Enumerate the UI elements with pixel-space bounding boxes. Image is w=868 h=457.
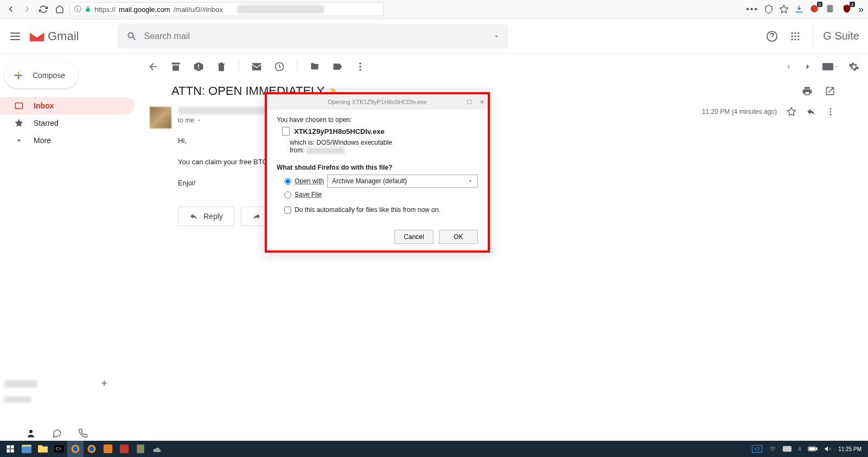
svg-point-17	[359, 69, 361, 70]
extension-icon-1[interactable]: 2	[809, 4, 820, 15]
bookmark-star-icon[interactable]	[779, 4, 789, 14]
which-is-value: DOS/Windows executable	[316, 139, 392, 146]
popout-icon[interactable]	[825, 86, 835, 96]
save-file-radio[interactable]	[284, 191, 291, 198]
delete-icon[interactable]	[216, 61, 227, 72]
taskbar-cloud-icon[interactable]	[149, 441, 165, 457]
apps-grid-icon[interactable]	[790, 31, 801, 42]
svg-rect-25	[11, 449, 14, 453]
contacts-tab-icon[interactable]	[26, 428, 36, 438]
input-tools-icon[interactable]	[822, 63, 839, 70]
main-menu-button[interactable]	[9, 30, 22, 43]
taskbar-app3-icon[interactable]	[132, 441, 149, 457]
svg-point-6	[792, 35, 793, 37]
newer-icon[interactable]	[803, 62, 813, 72]
download-icon[interactable]	[794, 4, 804, 14]
taskbar-app2-icon[interactable]	[116, 441, 132, 457]
svg-point-15	[359, 63, 361, 65]
taskbar-terminal-icon[interactable]: C:\	[51, 441, 67, 457]
move-icon[interactable]	[309, 61, 320, 72]
forward-button[interactable]	[21, 3, 34, 16]
sidebar-item-starred[interactable]: Starred	[0, 114, 135, 132]
search-options-icon[interactable]	[493, 33, 500, 40]
taskbar-explorer-icon[interactable]	[18, 441, 35, 457]
svg-rect-18	[822, 63, 833, 70]
maximize-icon[interactable]: ☐	[467, 99, 472, 106]
ok-button[interactable]: OK	[439, 230, 478, 244]
auto-checkbox[interactable]	[284, 207, 291, 214]
back-icon[interactable]	[148, 61, 158, 72]
info-icon: ⓘ	[74, 4, 81, 14]
tray-battery-icon[interactable]	[808, 446, 818, 452]
url-bar[interactable]: ⓘ https://mail.google.com/mail/u/0/#inbo…	[69, 2, 384, 16]
taskbar-app-icon[interactable]	[100, 441, 116, 457]
app-dropdown[interactable]: Archive Manager (default)	[327, 175, 478, 188]
open-with-radio[interactable]	[284, 178, 291, 185]
browser-extensions: ••• 2 1 »	[746, 4, 864, 15]
sidebar-item-more[interactable]: More	[0, 132, 135, 149]
more-icon[interactable]	[355, 61, 366, 72]
chevron-down-icon	[196, 118, 202, 123]
meatball-icon[interactable]: •••	[746, 4, 758, 14]
tray-vnc-icon[interactable]: V2	[752, 445, 762, 453]
older-icon[interactable]	[783, 62, 793, 72]
print-icon[interactable]	[802, 86, 813, 96]
settings-gear-icon[interactable]	[848, 61, 859, 72]
start-button[interactable]	[2, 441, 18, 457]
taskbar-firefox-icon[interactable]	[84, 441, 100, 457]
sidebar-item-label: Starred	[34, 119, 59, 127]
sidebar-item-inbox[interactable]: Inbox	[0, 97, 135, 114]
ublock-icon[interactable]: 1	[842, 4, 853, 15]
archive-icon[interactable]	[170, 61, 181, 72]
svg-rect-34	[104, 445, 112, 453]
hangouts-tab-icon[interactable]	[52, 428, 62, 438]
tray-clock[interactable]: 11:25 PM	[838, 446, 861, 452]
tray-wifi-icon[interactable]	[769, 446, 776, 452]
search-box[interactable]	[118, 24, 508, 49]
compose-button[interactable]: Compose	[4, 62, 78, 88]
taskbar-folder-icon[interactable]	[35, 441, 51, 457]
svg-point-8	[797, 35, 799, 37]
kebab-icon[interactable]	[826, 107, 835, 117]
mark-unread-icon[interactable]	[251, 61, 262, 72]
search-input[interactable]	[144, 31, 487, 41]
gmail-header: Gmail G Suite	[0, 19, 868, 54]
url-path: /mail/u/0/#inbox	[174, 5, 223, 14]
svg-rect-27	[22, 447, 31, 453]
file-icon	[282, 127, 290, 136]
back-button[interactable]	[4, 3, 17, 16]
gsuite-label: G Suite	[813, 25, 859, 47]
reply-arrow-icon	[189, 212, 198, 221]
shield-icon[interactable]	[764, 4, 774, 14]
svg-rect-35	[120, 445, 129, 453]
reload-button[interactable]	[37, 3, 50, 16]
dialog-chosen-text: You have chosen to open:	[277, 116, 478, 124]
help-icon[interactable]	[766, 30, 778, 42]
overflow-icon[interactable]: »	[858, 4, 864, 15]
reply-button[interactable]: Reply	[178, 207, 234, 226]
snooze-icon[interactable]	[274, 61, 285, 72]
label-icon[interactable]	[332, 61, 343, 72]
extension-icon-2[interactable]	[826, 4, 837, 15]
download-dialog: Opening XTK1Z9yP1H8o5HCDIv.exe ☐ ✕ You h…	[265, 92, 490, 253]
star-outline-icon[interactable]	[787, 107, 796, 117]
gmail-logo[interactable]: Gmail	[28, 29, 79, 43]
tray-app-icon[interactable]	[783, 446, 792, 452]
svg-point-21	[830, 114, 832, 115]
close-icon[interactable]: ✕	[480, 99, 484, 106]
add-contact-icon[interactable]: +	[101, 377, 107, 390]
url-extra-blur: xxxxxxxx	[237, 5, 324, 14]
home-button[interactable]	[53, 3, 66, 16]
spam-icon[interactable]	[193, 61, 204, 72]
taskbar-firefox-active-icon[interactable]	[67, 441, 84, 457]
svg-rect-1	[827, 5, 833, 12]
dialog-titlebar[interactable]: Opening XTK1Z9yP1H8o5HCDIv.exe ☐ ✕	[267, 94, 488, 110]
phone-tab-icon[interactable]	[78, 428, 88, 438]
lock-icon	[85, 6, 91, 12]
content-area: ATTN: OPEN IMMEDIATELY to me 11:20 PM (	[139, 54, 868, 441]
tray-input-icon[interactable]: A	[798, 446, 802, 452]
tray-volume-icon[interactable]	[824, 445, 832, 453]
cancel-button[interactable]: Cancel	[394, 230, 433, 244]
reply-icon[interactable]	[806, 107, 816, 117]
open-with-label: Open with	[295, 177, 324, 185]
